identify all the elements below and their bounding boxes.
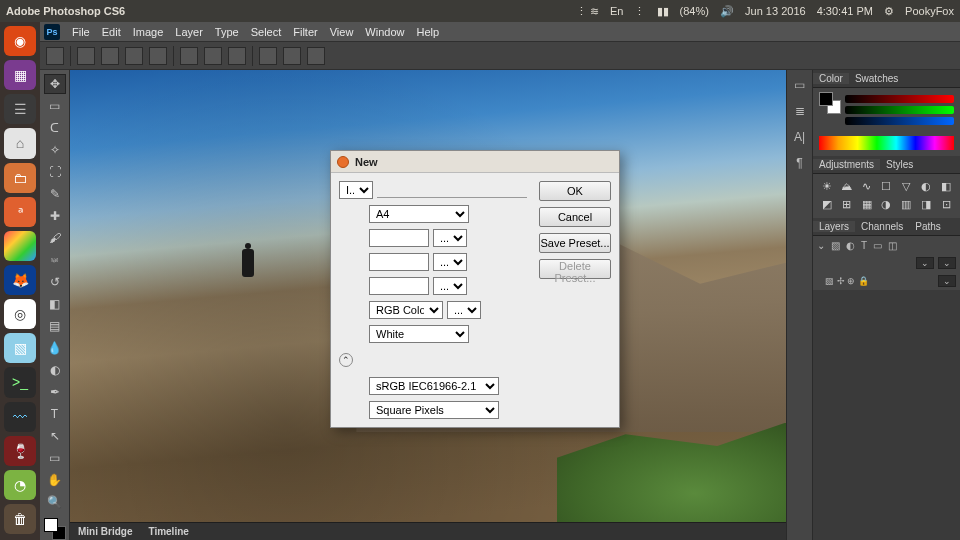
gear-icon[interactable]: ⚙ (884, 5, 894, 17)
height-unit-dropdown[interactable]: ... (433, 253, 467, 271)
layer-filter-pixel-icon[interactable]: ▧ (831, 240, 840, 251)
cancel-button[interactable]: Cancel (539, 207, 611, 227)
zoom-tool-icon[interactable]: 🔍 (44, 492, 66, 512)
layer-filter-smart-icon[interactable]: ◫ (888, 240, 897, 251)
para-panel-icon[interactable]: ¶ (791, 154, 809, 172)
launcher-chrome-icon[interactable]: ◎ (4, 299, 36, 329)
tab-swatches[interactable]: Swatches (849, 73, 904, 84)
eraser-tool-icon[interactable]: ◧ (44, 294, 66, 314)
adj-channel-mixer-icon[interactable]: ⊞ (839, 198, 855, 212)
gradient-tool-icon[interactable]: ▤ (44, 316, 66, 336)
launcher-terminal-icon[interactable]: >_ (4, 367, 36, 397)
adj-vibrance-icon[interactable]: ▽ (898, 180, 914, 194)
eyedropper-tool-icon[interactable]: ✎ (44, 184, 66, 204)
user-name[interactable]: PookyFox (905, 5, 954, 17)
height-field[interactable] (369, 253, 429, 271)
char-panel-icon[interactable]: A| (791, 128, 809, 146)
layer-blend-dropdown[interactable]: ⌄ (916, 257, 934, 269)
menu-select[interactable]: Select (245, 26, 288, 38)
pixel-aspect-dropdown[interactable]: Square Pixels (369, 401, 499, 419)
shape-tool-icon[interactable]: ▭ (44, 448, 66, 468)
menu-filter[interactable]: Filter (287, 26, 323, 38)
launcher-app-1[interactable]: ▦ (4, 60, 36, 90)
opt-marquee-int[interactable] (149, 47, 167, 65)
wifi-icon[interactable]: ⋮ ≋ (576, 5, 599, 17)
close-icon[interactable] (337, 156, 349, 168)
opt-marquee-add[interactable] (101, 47, 119, 65)
stamp-tool-icon[interactable]: ⎃ (44, 250, 66, 270)
color-fg-bg[interactable] (819, 92, 841, 114)
adj-selective-icon[interactable]: ⊡ (938, 198, 954, 212)
launcher-app-4[interactable]: ▧ (4, 333, 36, 363)
adj-brightness-icon[interactable]: ☀ (819, 180, 835, 194)
color-spectrum[interactable] (819, 136, 954, 150)
launcher-trash-icon[interactable]: 🗑 (4, 504, 36, 534)
width-unit-dropdown[interactable]: ... (433, 229, 467, 247)
tab-adjustments[interactable]: Adjustments (813, 159, 880, 170)
launcher-amazon-icon[interactable]: ᵃ (4, 197, 36, 227)
launcher-files-icon[interactable]: 🗀 (4, 163, 36, 193)
move-tool-icon[interactable]: ✥ (44, 74, 66, 94)
adj-lookup-icon[interactable]: ▦ (859, 198, 875, 212)
dodge-tool-icon[interactable]: ◐ (44, 360, 66, 380)
menu-edit[interactable]: Edit (96, 26, 127, 38)
actions-panel-icon[interactable]: ≣ (791, 102, 809, 120)
name-field[interactable] (377, 182, 527, 198)
adj-curves-icon[interactable]: ∿ (859, 180, 875, 194)
pen-tool-icon[interactable]: ✒ (44, 382, 66, 402)
width-field[interactable] (369, 229, 429, 247)
adj-posterize-icon[interactable]: ▥ (898, 198, 914, 212)
tab-timeline[interactable]: Timeline (140, 526, 196, 537)
opt-marquee-sub[interactable] (125, 47, 143, 65)
hand-tool-icon[interactable]: ✋ (44, 470, 66, 490)
layer-fill-field[interactable]: ⌄ (938, 275, 956, 287)
tab-layers[interactable]: Layers (813, 221, 855, 232)
tab-styles[interactable]: Styles (880, 159, 919, 170)
launcher-android-icon[interactable]: ◔ (4, 470, 36, 500)
color-depth-dropdown[interactable]: ... (447, 301, 481, 319)
lock-icons[interactable]: ▧ ✢ ⊕ 🔒 (821, 276, 873, 286)
wand-tool-icon[interactable]: ✧ (44, 140, 66, 160)
crop-tool-icon[interactable]: ⛶ (44, 162, 66, 182)
menu-file[interactable]: File (66, 26, 96, 38)
opt-align-5[interactable] (283, 47, 301, 65)
history-panel-icon[interactable]: ▭ (791, 76, 809, 94)
history-brush-icon[interactable]: ↺ (44, 272, 66, 292)
ok-button[interactable]: OK (539, 181, 611, 201)
layer-filter-adj-icon[interactable]: ◐ (846, 240, 855, 251)
bluetooth-icon[interactable]: ⋮ (634, 5, 645, 17)
resolution-unit-dropdown[interactable]: ... (433, 277, 467, 295)
adj-invert-icon[interactable]: ◑ (879, 198, 895, 212)
blur-tool-icon[interactable]: 💧 (44, 338, 66, 358)
opt-marquee-rect[interactable] (77, 47, 95, 65)
opt-tool-preset[interactable] (46, 47, 64, 65)
adj-threshold-icon[interactable]: ◨ (918, 198, 934, 212)
preset-dropdown[interactable]: A4 (369, 205, 469, 223)
launcher-app-2[interactable]: ☰ (4, 94, 36, 124)
heal-tool-icon[interactable]: ✚ (44, 206, 66, 226)
opt-align-3[interactable] (228, 47, 246, 65)
menu-view[interactable]: View (324, 26, 360, 38)
save-preset-button[interactable]: Save Preset... (539, 233, 611, 253)
fg-bg-colors[interactable] (44, 518, 66, 540)
tab-color[interactable]: Color (813, 73, 849, 84)
launcher-drive-icon[interactable]: ⌂ (4, 128, 36, 158)
layer-filter-type-icon[interactable]: T (861, 240, 867, 251)
adj-hue-icon[interactable]: ◐ (918, 180, 934, 194)
launcher-monitor-icon[interactable]: 〰 (4, 402, 36, 432)
battery-icon[interactable]: ▮▮ (657, 5, 669, 17)
launcher-wine-icon[interactable]: 🍷 (4, 436, 36, 466)
tab-channels[interactable]: Channels (855, 221, 909, 232)
marquee-tool-icon[interactable]: ▭ (44, 96, 66, 116)
launcher-app-3[interactable] (4, 231, 36, 261)
lasso-tool-icon[interactable]: ᑕ (44, 118, 66, 138)
menu-image[interactable]: Image (127, 26, 170, 38)
opt-align-4[interactable] (259, 47, 277, 65)
layer-filter-kind-icon[interactable]: ⌄ (817, 240, 825, 251)
dialog-titlebar[interactable]: New (331, 151, 619, 173)
opt-align-2[interactable] (204, 47, 222, 65)
rgb-sliders[interactable] (845, 92, 954, 128)
opt-align-6[interactable] (307, 47, 325, 65)
layer-filter-shape-icon[interactable]: ▭ (873, 240, 882, 251)
volume-icon[interactable]: 🔊 (720, 5, 734, 17)
